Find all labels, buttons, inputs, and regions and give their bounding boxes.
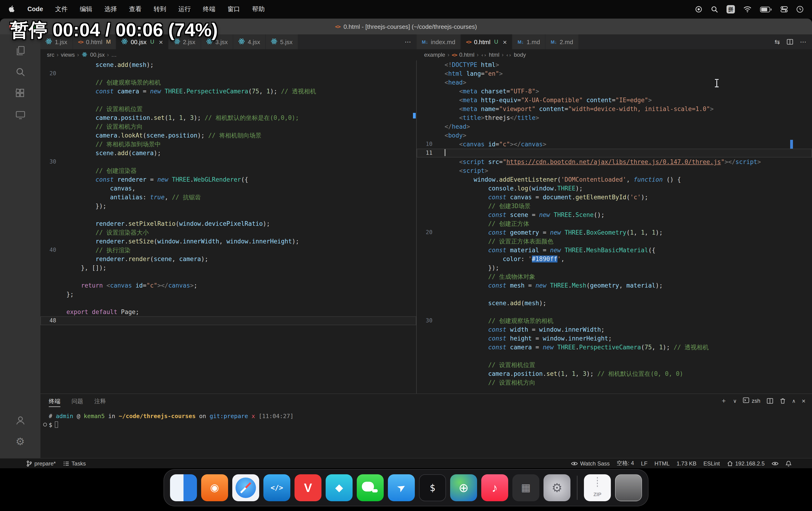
tab-right-index.md[interactable]: M↓index.md: [417, 34, 461, 49]
react-file-icon: [238, 38, 245, 46]
panel-tab-问题[interactable]: 问题: [71, 395, 83, 406]
split-icon[interactable]: [786, 38, 793, 45]
chevron-up-icon[interactable]: ∧: [792, 398, 796, 404]
terminal-panel: 终端问题注释 ＋∨zsh∧× # admin @ keman5 in ~/cod…: [40, 394, 812, 458]
ime-icon[interactable]: 拼: [727, 5, 735, 13]
apple-menu-icon[interactable]: [8, 5, 15, 13]
token: // 将相机朝向场景: [208, 132, 262, 139]
account-icon[interactable]: [9, 410, 31, 431]
breadcrumb-item[interactable]: …: [111, 52, 117, 58]
close-panel-icon[interactable]: ×: [802, 397, 806, 405]
battery-icon[interactable]: [760, 6, 772, 12]
dock-iterm-icon[interactable]: $: [419, 474, 446, 501]
dock-globe-icon[interactable]: ⊕: [450, 474, 477, 501]
breadcrumb-item[interactable]: body: [514, 52, 526, 58]
split-terminal-icon[interactable]: [766, 398, 774, 404]
status-right-item-LF[interactable]: LF: [641, 460, 647, 466]
status-right-item-bell[interactable]: [785, 460, 791, 466]
tab-right-2.md[interactable]: M↓2.md: [546, 34, 579, 49]
status-left-item-Tasks[interactable]: Tasks: [63, 460, 86, 466]
clock-icon[interactable]: [796, 6, 804, 13]
token: canvas: [521, 141, 543, 148]
tab-right-0.html[interactable]: <>0.htmlU×: [461, 34, 512, 49]
settings-gear-icon[interactable]: ⚙: [9, 431, 31, 452]
editor-left[interactable]: scene.add(mesh);20 // 创建观察场景的相机 const ca…: [40, 60, 417, 394]
dock-safari-icon[interactable]: [232, 474, 259, 501]
status-right-item-eye[interactable]: [772, 461, 779, 466]
search-icon[interactable]: [9, 61, 31, 83]
line-number: [417, 352, 433, 361]
panel-tab-终端[interactable]: 终端: [49, 395, 60, 407]
kill-terminal-icon[interactable]: [780, 398, 786, 404]
dock-finder-icon[interactable]: [170, 474, 197, 501]
search-icon[interactable]: [711, 6, 718, 13]
new-terminal-icon[interactable]: ＋: [721, 397, 727, 405]
control-center-icon[interactable]: [780, 6, 788, 13]
wifi-icon[interactable]: [743, 6, 752, 12]
more-icon[interactable]: ⋯: [405, 38, 411, 46]
menu-item-1[interactable]: 文件: [55, 6, 68, 12]
breadcrumb-item[interactable]: 00.jsx: [90, 52, 105, 58]
tab-left-5.jsx[interactable]: 5.jsx: [266, 34, 298, 49]
breadcrumbs-row: src›views›00.jsx›… example›<>0.html›‹›ht…: [40, 49, 812, 60]
dock-bird-icon[interactable]: ➤: [388, 474, 415, 501]
code-text: // 设置相机方向: [444, 378, 535, 387]
terminal-token: $: [49, 421, 52, 428]
menu-item-2[interactable]: 编辑: [80, 6, 92, 12]
token: new: [550, 229, 561, 236]
code-line: renderer.setPixelRatio(window.devicePixe…: [40, 219, 416, 228]
dock-darkapp-icon[interactable]: ▦: [512, 474, 539, 501]
token: 1: [641, 229, 644, 236]
dock-settings-icon[interactable]: ⚙: [544, 474, 571, 501]
diff-icon[interactable]: ⇆: [775, 38, 780, 46]
explorer-icon[interactable]: [9, 40, 31, 61]
menu-item-5[interactable]: 转到: [154, 6, 166, 12]
status-right-item-ESLint[interactable]: ESLint: [703, 460, 720, 466]
dock-devtool-icon[interactable]: ◆: [326, 474, 353, 501]
dock-vivaldi-icon[interactable]: V: [294, 474, 321, 501]
dock-vscode-icon[interactable]: </>: [263, 474, 290, 501]
dock-blender-icon[interactable]: ◉: [201, 474, 228, 501]
extensions-icon[interactable]: [9, 83, 31, 104]
dock-archive-icon[interactable]: ZIP: [584, 474, 611, 501]
breadcrumb-item[interactable]: example: [424, 52, 445, 58]
token: .: [165, 132, 168, 139]
record-icon[interactable]: [695, 6, 702, 13]
dock-music-icon[interactable]: ♪: [481, 474, 508, 501]
terminal[interactable]: # admin @ keman5 in ~/code/threejs-cours…: [40, 408, 812, 458]
remote-explorer-icon[interactable]: [9, 104, 31, 125]
status-right-item-192.168.2.5[interactable]: 192.168.2.5: [727, 460, 764, 466]
menu-item-8[interactable]: 窗口: [228, 6, 240, 12]
code-text: return <canvas id="c"></canvas>;: [66, 281, 197, 290]
tab-left-4.jsx[interactable]: 4.jsx: [233, 34, 266, 49]
code-line: 30: [40, 158, 416, 166]
menu-item-6[interactable]: 运行: [178, 6, 191, 12]
dock-wechat-icon[interactable]: [357, 474, 384, 501]
more-icon[interactable]: ⋯: [800, 38, 806, 46]
menu-item-3[interactable]: 选择: [105, 6, 117, 12]
status-right-item-HTML[interactable]: HTML: [655, 460, 670, 466]
breadcrumb-item[interactable]: 0.html: [459, 52, 474, 58]
chevron-down-icon[interactable]: ∨: [733, 398, 737, 404]
breadcrumb-item[interactable]: src: [47, 52, 54, 58]
editor-right[interactable]: <!DOCTYPE html><html lang="en"><head> <m…: [417, 60, 812, 394]
menu-item-7[interactable]: 终端: [203, 6, 215, 12]
token: =: [143, 282, 147, 289]
status-left-item-prepare*[interactable]: prepare*: [26, 460, 56, 466]
token: innerWidth: [564, 326, 601, 333]
status-right-item-1.73 KB[interactable]: 1.73 KB: [676, 460, 696, 466]
menu-item-0[interactable]: Code: [27, 6, 43, 12]
terminal-instance-zsh[interactable]: zsh: [743, 397, 760, 405]
tab-right-1.md[interactable]: M↓1.md: [512, 34, 546, 49]
token: ": [721, 159, 725, 165]
dock-trash-icon[interactable]: [615, 474, 642, 501]
panel-tab-注释[interactable]: 注释: [94, 395, 106, 406]
menu-item-9[interactable]: 帮助: [252, 6, 265, 12]
breadcrumb-item[interactable]: html: [489, 52, 499, 58]
status-right-item-Watch Sass[interactable]: Watch Sass: [571, 460, 610, 466]
code-line: <script src="https://cdn.bootcdn.net/aja…: [417, 158, 812, 166]
status-right-item-空格: 4[interactable]: 空格: 4: [617, 459, 634, 467]
menu-item-4[interactable]: 查看: [129, 6, 142, 12]
close-tab-icon[interactable]: ×: [503, 38, 507, 46]
breadcrumb-item[interactable]: views: [61, 52, 75, 58]
